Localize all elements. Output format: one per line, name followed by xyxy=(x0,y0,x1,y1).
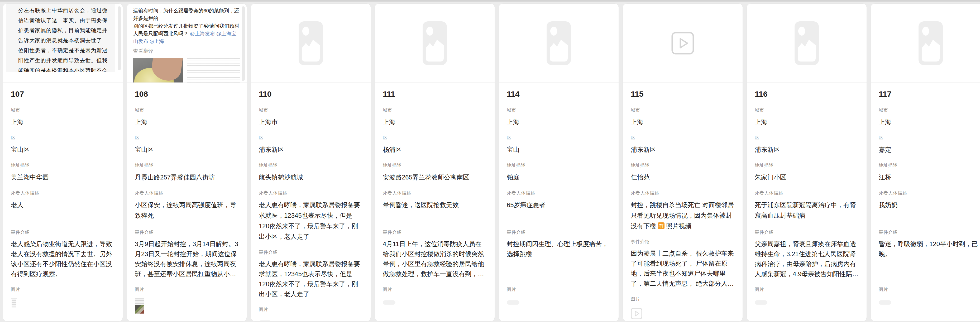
case-card-108[interactable]: 运输有时间，为什么跟居委会的60的菜能到，还好多是烂的 别的区都已经分发过几批物… xyxy=(127,3,247,322)
card-media-placeholder[interactable] xyxy=(871,4,980,83)
field-value-address: 丹霞山路257弄馨佳园八街坊 xyxy=(135,172,239,182)
field-label: 城市 xyxy=(631,107,735,113)
video-play-icon xyxy=(671,32,694,55)
field-label: 区 xyxy=(135,135,239,141)
card-media-screenshot[interactable]: 分左右联系上中华西居委会，通过微信语音确认了这一事实。由于需要保护患者家属的隐私… xyxy=(3,4,123,83)
field-value-district: 浦东新区 xyxy=(259,144,363,155)
card-media-placeholder[interactable] xyxy=(375,4,495,83)
field-victim: 死者大体描述 65岁癌症患者 xyxy=(507,190,611,222)
case-card-107[interactable]: 分左右联系上中华西居委会，通过微信语音确认了这一事实。由于需要保护患者家属的隐私… xyxy=(3,3,123,322)
field-label: 区 xyxy=(507,135,611,141)
field-value-district: 浦东新区 xyxy=(755,144,859,155)
field-value-victim: 封控，跳楼自杀当场死亡 对面楼邻居只看见听见现场情况，因为集体被封没有下楼有照片… xyxy=(631,200,735,232)
field-value-city: 上海 xyxy=(631,117,735,127)
field-label: 城市 xyxy=(383,107,487,113)
field-value-victim: 晕倒昏迷，送医院抢救无效 xyxy=(383,200,487,222)
field-label: 死者大体描述 xyxy=(755,190,859,196)
field-city: 城市 上海 xyxy=(879,107,980,127)
field-value-event: 老人患有哮喘，家属联系居委报备要求就医，12345也表示尽快，但是120依然来不… xyxy=(259,259,363,299)
case-card-110[interactable]: 110 城市 上海市 区 浦东新区 地址描述 航头镇鹤沙航城 死者大体描述 老人… xyxy=(251,3,371,322)
thumbnail-zone xyxy=(383,296,487,314)
card-number: 117 xyxy=(879,90,980,98)
card-body: 117 城市 上海 区 嘉定 地址描述 江桥 死者大体描述 我奶奶 事件介绍 昏… xyxy=(871,90,980,322)
field-value-victim: 老人 xyxy=(11,200,115,222)
field-district: 区 宝山 xyxy=(507,135,611,155)
field-label: 图片 xyxy=(507,286,611,292)
victim-text: 老人患有哮喘，家属联系居委报备要求就医，12345也表示尽快，但是120依然来不… xyxy=(259,201,360,240)
video-thumbnail[interactable] xyxy=(631,308,642,319)
thumbnail-bottom xyxy=(135,305,144,314)
field-image: 图片 xyxy=(755,286,859,314)
case-card-116[interactable]: 116 城市 上海 区 浦东新区 地址描述 朱家门小区 死者大体描述 死于浦东医… xyxy=(746,3,867,322)
field-label: 事件介绍 xyxy=(135,229,239,235)
card-body: 107 城市 上海 区 宝山区 地址描述 美兰湖中华园 死者大体描述 老人 事件… xyxy=(3,90,123,322)
media-scrollbar[interactable] xyxy=(118,6,121,70)
field-value-city: 上海 xyxy=(879,117,980,127)
field-value-victim: 65岁癌症患者 xyxy=(507,200,611,222)
cards-board: 分左右联系上中华西居委会，通过微信语音确认了这一事实。由于需要保护患者家属的隐私… xyxy=(0,0,980,322)
image-placeholder-icon xyxy=(423,21,447,65)
placeholder-sun xyxy=(550,27,557,36)
field-label: 死者大体描述 xyxy=(507,190,611,196)
field-value-event: 因为凌晨十二点自杀， 很久救护车来了可能看到现场死了， 尸体留在原地，后来半夜也… xyxy=(631,249,735,289)
weibo-post: 运输有时间，为什么跟居委会的60的菜能到，还好多是烂的 别的区都已经分发过几批物… xyxy=(127,4,247,83)
field-address: 地址描述 航头镇鹤沙航城 xyxy=(259,162,363,182)
field-label: 地址描述 xyxy=(11,162,115,168)
media-scrollbar[interactable] xyxy=(242,6,245,81)
card-media-video[interactable] xyxy=(623,4,743,83)
card-number: 107 xyxy=(11,90,115,98)
field-label: 区 xyxy=(755,135,859,141)
field-value-address: 铂庭 xyxy=(507,172,611,182)
field-event: 事件介绍 老人患有哮喘，家属联系居委报备要求就医，12345也表示尽快，但是12… xyxy=(259,249,363,299)
field-image: 图片 xyxy=(507,286,611,314)
case-card-114[interactable]: 114 城市 上海 区 宝山 地址描述 铂庭 死者大体描述 65岁癌症患者 事件… xyxy=(499,3,619,322)
field-district: 区 浦东新区 xyxy=(631,135,735,155)
field-label: 区 xyxy=(11,135,115,141)
cabbage-photo xyxy=(133,58,183,83)
victim-text-suffix: 照片视频 xyxy=(666,222,691,230)
image-placeholder-icon xyxy=(795,21,819,65)
field-label: 地址描述 xyxy=(507,162,611,168)
field-victim: 死者大体描述 晕倒昏迷，送医院抢救无效 xyxy=(383,190,487,222)
field-label: 图片 xyxy=(631,296,735,302)
image-thumbnail[interactable] xyxy=(11,298,17,309)
field-label: 事件介绍 xyxy=(383,229,487,235)
card-number: 111 xyxy=(383,90,487,98)
case-card-115[interactable]: 115 城市 上海 区 浦东新区 地址描述 仁怡苑 死者大体描述 封控，跳楼自杀… xyxy=(622,3,743,322)
thumbnail-zone xyxy=(259,316,363,322)
thumbnail-zone xyxy=(135,296,239,314)
case-card-111[interactable]: 111 城市 上海 区 杨浦区 地址描述 安波路265弄兰花教师公寓南区 死者大… xyxy=(375,3,495,322)
field-value-address: 江桥 xyxy=(879,172,980,182)
card-number: 108 xyxy=(135,90,239,98)
field-label: 地址描述 xyxy=(879,162,980,168)
field-value-address: 安波路265弄兰花教师公寓南区 xyxy=(383,172,487,182)
field-city: 城市 上海市 xyxy=(259,107,363,127)
view-translation-link[interactable]: 查看翻译 xyxy=(133,48,240,54)
case-card-117[interactable]: 117 城市 上海 区 嘉定 地址描述 江桥 死者大体描述 我奶奶 事件介绍 昏… xyxy=(870,3,980,322)
card-body: 116 城市 上海 区 浦东新区 地址描述 朱家门小区 死者大体描述 死于浦东医… xyxy=(747,90,867,322)
field-label: 区 xyxy=(879,135,980,141)
placeholder-mountain xyxy=(798,38,816,62)
you-emoji-badge: 有 xyxy=(658,222,665,229)
field-address: 地址描述 朱家门小区 xyxy=(755,162,859,182)
card-media-post[interactable]: 运输有时间，为什么跟居委会的60的菜能到，还好多是烂的 别的区都已经分发过几批物… xyxy=(127,4,247,83)
card-media-placeholder[interactable] xyxy=(251,4,371,83)
field-event: 事件介绍 父亲周嘉祖，肾衰且瘫痪在床靠血透维持生命，3.21住进第七人民医院肾病… xyxy=(755,229,859,279)
field-value-address: 仁怡苑 xyxy=(631,172,735,182)
field-label: 图片 xyxy=(135,286,239,292)
field-label: 图片 xyxy=(879,286,980,292)
image-thumbnail[interactable] xyxy=(135,298,144,314)
field-event: 事件介绍 4月11日上午，这位消毒防疫人员在给我们小区封控楼做消杀的时候突然晕倒… xyxy=(383,229,487,279)
card-media-placeholder[interactable] xyxy=(747,4,867,83)
card-media-placeholder[interactable] xyxy=(499,4,619,83)
field-label: 事件介绍 xyxy=(259,249,363,255)
field-address: 地址描述 铂庭 xyxy=(507,162,611,182)
placeholder-mountain xyxy=(922,38,940,62)
field-label: 图片 xyxy=(383,286,487,292)
field-value-victim: 小区保安，连续两周高强度值班，导致猝死 xyxy=(135,200,239,222)
post-text: 运输有时间，为什么跟居委会的60的菜能到，还好多是烂的 别的区都已经分发过几批物… xyxy=(133,7,240,45)
image-thumbnail-placeholder xyxy=(507,300,519,305)
field-label: 区 xyxy=(383,135,487,141)
victim-text: 小区保安，连续两周高强度值班，导致猝死 xyxy=(135,201,236,219)
field-image: 图片 xyxy=(11,286,115,314)
